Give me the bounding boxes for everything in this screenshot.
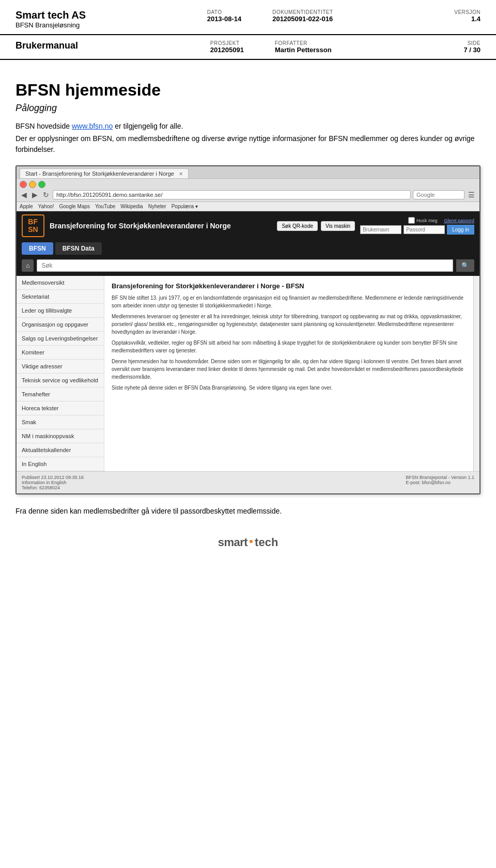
logg-inn-button[interactable]: Logg in bbox=[447, 225, 474, 235]
browser-maximize-btn[interactable] bbox=[38, 181, 45, 188]
logo-dot bbox=[250, 540, 253, 543]
bfsn-para5: Siste nyhete på denne siden er BFSN Data… bbox=[112, 384, 466, 392]
bfsn-para4: Denne hjemmesiden har to hovedområder. D… bbox=[112, 358, 466, 381]
bfsn-main: Medlemsoversikt Sekretariat Leder og til… bbox=[17, 276, 473, 471]
company-name: Smart tech AS bbox=[16, 9, 86, 21]
sidebar-item-english[interactable]: In English bbox=[17, 457, 104, 471]
sidebar-item-leder[interactable]: Leder og tillitsvalgte bbox=[17, 304, 104, 318]
footer-email: E-post: bfsn@bfsn.no bbox=[406, 480, 474, 485]
bfsn-logo: BFSN bbox=[22, 214, 44, 237]
sidebar-item-aktualitet[interactable]: Aktualitetskallender bbox=[17, 443, 104, 457]
browser-tab-active[interactable]: Start - Bransjeforening for Storkjøkkenl… bbox=[20, 168, 189, 178]
bfsn-org-name: Bransjeforening for Storkjøkkenleverandø… bbox=[50, 222, 272, 230]
dok-id-label: DOKUMENTIDENTITET bbox=[272, 9, 333, 15]
sidebar-item-viktige[interactable]: Viktige adresser bbox=[17, 360, 104, 374]
side-value: 7 / 30 bbox=[463, 46, 481, 54]
browser-nav-bar: ◀ ▶ ↻ ☰ bbox=[20, 190, 476, 199]
dato-block: DATO 2013-08-14 bbox=[207, 9, 242, 23]
bookmark-wikipedia[interactable]: Wikipedia bbox=[120, 204, 143, 209]
qr-button[interactable]: Søk QR-kode bbox=[277, 221, 318, 231]
intro-text-before: BFSN hovedside bbox=[16, 122, 72, 130]
sidebar-item-smak[interactable]: Smak bbox=[17, 415, 104, 429]
prosjekt-block: PROSJEKT 201205091 bbox=[210, 40, 244, 54]
back-btn[interactable]: ◀ bbox=[20, 191, 28, 199]
bfsn-para2: Medlemmenes leveranser og tjenester er a… bbox=[112, 313, 466, 336]
forfatter-block: FORFATTER Martin Pettersson bbox=[275, 40, 332, 54]
footer-left: Publisert 23.10.2012 09:35:16 Informatio… bbox=[22, 475, 84, 490]
doc-content: BFSN hjemmeside Pålogging BFSN hovedside… bbox=[0, 60, 496, 565]
bottom-logo: smart tech bbox=[16, 536, 481, 549]
bfsn-sidebar: Medlemsoversikt Sekretariat Leder og til… bbox=[17, 276, 104, 471]
browser-tab-title: Start - Bransjeforening for Storkjøkkenl… bbox=[25, 171, 174, 177]
sidebar-item-komiteer[interactable]: Komiteer bbox=[17, 346, 104, 360]
bfsn-website: BFSN Bransjeforening for Storkjøkkenleve… bbox=[17, 211, 479, 493]
sidebar-item-temahefter[interactable]: Temahefter bbox=[17, 388, 104, 401]
sidebar-item-teknisk[interactable]: Teknisk service og vedlikehold bbox=[17, 374, 104, 388]
sidebar-item-organisasjon[interactable]: Organisasjon og oppgaver bbox=[17, 318, 104, 332]
browser-tabs-bar: Start - Bransjeforening for Storkjøkkenl… bbox=[17, 166, 479, 179]
logo-tech: tech bbox=[255, 536, 278, 549]
footer-paragraph: Fra denne siden kan medlemsbedrifter gå … bbox=[16, 507, 481, 515]
forfatter-value: Martin Pettersson bbox=[275, 46, 332, 54]
footer-tlf: Telefon: 62358024 bbox=[22, 485, 84, 490]
browser-controls bbox=[20, 181, 476, 188]
bfsn-link[interactable]: www.bfsn.no bbox=[72, 122, 113, 130]
dato-value: 2013-08-14 bbox=[207, 15, 242, 23]
glemt-passord-link[interactable]: Glemt passord bbox=[444, 218, 474, 223]
bookmark-yahoo[interactable]: Yahoo! bbox=[38, 204, 54, 209]
doc-meta-center: DATO 2013-08-14 DOKUMENTIDENTITET 201205… bbox=[207, 9, 333, 23]
options-btn[interactable]: ☰ bbox=[467, 191, 476, 199]
husk-meg-row: Husk meg Glemt passord bbox=[408, 217, 474, 224]
nav-bfsn-data-button[interactable]: BFSN Data bbox=[55, 242, 102, 255]
address-bar[interactable] bbox=[53, 190, 411, 199]
sidebar-item-nm[interactable]: NM i maskinoppvask bbox=[17, 429, 104, 443]
section-subheading: Pålogging bbox=[16, 103, 481, 114]
doc-title-block: Brukermanual bbox=[16, 40, 78, 51]
logo-smart: smart bbox=[218, 536, 247, 549]
reload-btn[interactable]: ↻ bbox=[41, 191, 51, 199]
brukernavn-input[interactable] bbox=[360, 225, 401, 234]
browser-search-input[interactable] bbox=[413, 190, 464, 199]
browser-minimize-btn[interactable] bbox=[29, 181, 36, 188]
sidebar-item-medlemsoversikt[interactable]: Medlemsoversikt bbox=[17, 276, 104, 290]
bookmark-nyheter[interactable]: Nyheter bbox=[148, 204, 166, 209]
bfsn-content-title: Bransjeforening for Storkjøkkenleverandø… bbox=[112, 282, 466, 290]
desc-text: Der er opplysninger om BFSN, om medlemsb… bbox=[16, 133, 481, 155]
browser-window: Start - Bransjeforening for Storkjøkkenl… bbox=[16, 165, 481, 494]
bfsn-qr-section: Søk QR-kode Vis maskin bbox=[277, 221, 355, 231]
side-label: SIDE bbox=[463, 40, 481, 46]
sidebar-item-horeca[interactable]: Horeca tekster bbox=[17, 401, 104, 415]
bfsn-search-row: ⌂ 🔍 bbox=[17, 257, 479, 276]
passord-input[interactable] bbox=[404, 225, 445, 234]
husk-meg-checkbox[interactable] bbox=[408, 217, 415, 224]
document-subheader: Brukermanual PROSJEKT 201205091 FORFATTE… bbox=[0, 35, 496, 60]
bfsn-search-input[interactable] bbox=[37, 259, 453, 272]
prosjekt-label: PROSJEKT bbox=[210, 40, 244, 46]
sidebar-item-sekretariat[interactable]: Sekretariat bbox=[17, 290, 104, 304]
vis-maskin-button[interactable]: Vis maskin bbox=[321, 221, 355, 231]
nav-bfsn-button[interactable]: BFSN bbox=[22, 242, 53, 255]
bfsn-search-button[interactable]: 🔍 bbox=[456, 259, 474, 272]
browser-chrome: ◀ ▶ ↻ ☰ bbox=[17, 179, 479, 202]
company-block: Smart tech AS BFSN Bransjeløsning bbox=[16, 9, 86, 29]
footer-info: Information in English bbox=[22, 480, 84, 485]
footer-right: BFSN Bransjeportal - Version 1.1 E-post:… bbox=[406, 475, 474, 490]
dato-label: DATO bbox=[207, 9, 242, 15]
sidebar-item-salgs[interactable]: Salgs og Leveringsbetingelser bbox=[17, 332, 104, 346]
side-block: SIDE 7 / 30 bbox=[463, 40, 481, 54]
bookmark-apple[interactable]: Apple bbox=[20, 204, 33, 209]
doc-title: Brukermanual bbox=[16, 40, 78, 51]
forward-btn[interactable]: ▶ bbox=[30, 191, 39, 199]
forfatter-label: FORFATTER bbox=[275, 40, 332, 46]
browser-close-btn[interactable] bbox=[20, 181, 27, 188]
bookmark-populaera[interactable]: Populæra ▾ bbox=[172, 204, 198, 209]
home-button[interactable]: ⌂ bbox=[22, 259, 34, 272]
smarttech-logo: smart tech bbox=[218, 536, 278, 549]
bookmark-youtube[interactable]: YouTube bbox=[95, 204, 115, 209]
doc-meta-prosjekt: PROSJEKT 201205091 FORFATTER Martin Pett… bbox=[210, 40, 332, 54]
footer-published: Publisert 23.10.2012 09:35:16 bbox=[22, 475, 84, 480]
bookmark-googlemaps[interactable]: Google Maps bbox=[59, 204, 90, 209]
bfsn-logo-text: BFSN bbox=[28, 218, 38, 234]
browser-scrollbar[interactable] bbox=[473, 276, 479, 471]
browser-tab-close[interactable]: ✕ bbox=[179, 171, 183, 177]
